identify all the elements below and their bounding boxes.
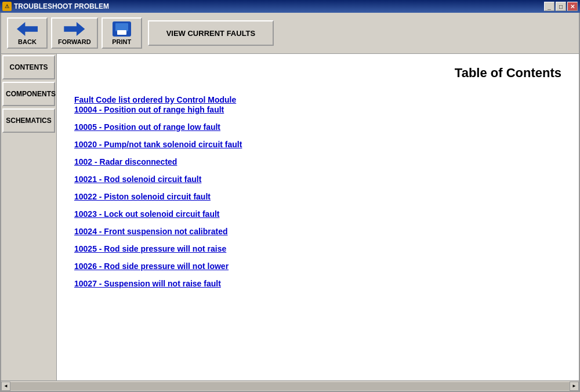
- sidebar-item-contents[interactable]: CONTENTS: [2, 55, 55, 79]
- forward-button[interactable]: FORWARD: [51, 17, 98, 49]
- content-panel: Table of Contents Fault Code list ordere…: [57, 54, 579, 380]
- back-label: BACK: [18, 38, 37, 45]
- scroll-right-button[interactable]: ►: [570, 382, 579, 391]
- arrow-right-shape: [64, 22, 85, 36]
- content-link-7[interactable]: 10024 - Front suspension not calibrated: [74, 227, 561, 236]
- print-button[interactable]: PRINT: [102, 17, 142, 49]
- title-bar-text: TROUBLESHOOT PROBLEM: [14, 2, 109, 10]
- scroll-track: [10, 382, 570, 390]
- links-container: 10004 - Position out of range high fault…: [74, 105, 561, 288]
- title-bar-buttons[interactable]: _ □ ✕: [544, 2, 578, 11]
- horizontal-scrollbar[interactable]: ◄ ►: [1, 382, 579, 391]
- content-link-5[interactable]: 10022 - Piston solenoid circuit fault: [74, 192, 561, 201]
- content-link-8[interactable]: 10025 - Rod side pressure will not raise: [74, 244, 561, 253]
- section-heading-link[interactable]: Fault Code list ordered by Control Modul…: [74, 95, 236, 104]
- sidebar-item-schematics[interactable]: SCHEMATICS: [2, 108, 55, 133]
- back-icon: [17, 21, 38, 37]
- bottom-bar: ◄ ►: [1, 380, 579, 391]
- content-link-3[interactable]: 1002 - Radar disconnected: [74, 157, 561, 166]
- content-link-1[interactable]: 10005 - Position out of range low fault: [74, 122, 561, 132]
- content-link-6[interactable]: 10023 - Lock out solenoid circuit fault: [74, 209, 561, 219]
- content-link-9[interactable]: 10026 - Rod side pressure will not lower: [74, 262, 561, 271]
- title-bar-left: ⚠ TROUBLESHOOT PROBLEM: [2, 2, 109, 11]
- print-icon: [111, 21, 132, 37]
- content-link-4[interactable]: 10021 - Rod solenoid circuit fault: [74, 175, 561, 184]
- title-bar: ⚠ TROUBLESHOOT PROBLEM _ □ ✕: [0, 0, 580, 13]
- sidebar: CONTENTS COMPONENTS SCHEMATICS: [1, 54, 57, 380]
- content-link-2[interactable]: 10020 - Pump/not tank solenoid circuit f…: [74, 140, 561, 149]
- main-area: CONTENTS COMPONENTS SCHEMATICS Table of …: [1, 54, 579, 380]
- view-faults-button[interactable]: VIEW CURRENT FAULTS: [148, 20, 274, 46]
- forward-icon: [64, 21, 85, 37]
- print-label: PRINT: [112, 38, 131, 45]
- window-frame: BACK FORWARD PRINT VIEW CURRENT FAULTS C…: [0, 13, 580, 392]
- close-button[interactable]: ✕: [567, 2, 578, 11]
- maximize-button[interactable]: □: [556, 2, 566, 11]
- content-link-0[interactable]: 10004 - Position out of range high fault: [74, 105, 561, 114]
- minimize-button[interactable]: _: [544, 2, 554, 11]
- toolbar: BACK FORWARD PRINT VIEW CURRENT FAULTS: [1, 13, 579, 54]
- back-button[interactable]: BACK: [7, 17, 48, 49]
- forward-label: FORWARD: [58, 38, 91, 45]
- scroll-left-button[interactable]: ◄: [1, 382, 10, 391]
- sidebar-item-components[interactable]: COMPONENTS: [2, 82, 55, 106]
- app-icon: ⚠: [2, 2, 12, 11]
- arrow-left-shape: [17, 22, 38, 36]
- printer-shape: [113, 21, 131, 37]
- page-title: Table of Contents: [74, 66, 561, 81]
- content-link-10[interactable]: 10027 - Suspension will not raise fault: [74, 279, 561, 288]
